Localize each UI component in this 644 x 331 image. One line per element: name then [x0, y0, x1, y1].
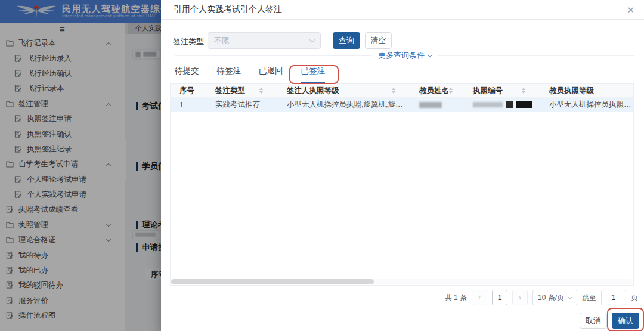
- chevron-down-icon: [568, 294, 572, 299]
- column-header[interactable]: 教员姓名: [410, 84, 464, 97]
- table-header-row: 序号签注类型签注人执照等级教员姓名执照编号教员执照等级: [171, 84, 633, 98]
- column-label: 签注人执照等级: [287, 86, 339, 96]
- endorsement-type-select[interactable]: 不限: [208, 32, 321, 49]
- status-tabs: 待提交待签注已退回已签注: [175, 66, 325, 83]
- table-cell: 1: [171, 98, 206, 112]
- pagination: 共 1 条 ‹ 1 › 10 条/页 跳至 页: [445, 290, 638, 305]
- table-cell: 实践考试推荐: [206, 98, 278, 112]
- next-page-button[interactable]: ›: [512, 290, 528, 305]
- chevron-down-icon: [428, 52, 432, 57]
- select-value: 不限: [214, 35, 230, 46]
- horizontal-scrollbar-thumb[interactable]: [171, 279, 374, 284]
- page-size-select[interactable]: 10 条/页: [532, 290, 577, 305]
- sort-icon[interactable]: [392, 88, 395, 94]
- divider: [438, 55, 634, 56]
- prev-page-button[interactable]: ‹: [472, 290, 487, 305]
- tab-active[interactable]: 已签注: [301, 66, 326, 83]
- current-page-button[interactable]: 1: [492, 290, 507, 305]
- horizontal-scrollbar: [171, 279, 633, 284]
- column-label: 教员姓名: [419, 86, 449, 96]
- total-count: 共 1 条: [445, 293, 467, 303]
- table-cell: [464, 98, 540, 112]
- more-conditions-row: 更多查询条件: [161, 51, 644, 60]
- tab-inactive[interactable]: 已退回: [259, 66, 283, 83]
- footer-divider: [161, 307, 644, 307]
- column-header[interactable]: 签注类型: [206, 84, 278, 97]
- table-row[interactable]: 1实践考试推荐小型无人机操控员执照,旋翼机,旋翼机-多旋翼,超视...小型无人机…: [171, 98, 633, 112]
- confirm-button[interactable]: 确认: [612, 313, 639, 329]
- jump-page-input[interactable]: [601, 290, 626, 305]
- column-label: 教员执照等级: [549, 86, 594, 96]
- tab-inactive[interactable]: 待签注: [217, 66, 242, 83]
- cancel-button[interactable]: 取消: [580, 313, 607, 329]
- sort-icon[interactable]: [449, 88, 453, 94]
- jump-unit: 页: [631, 293, 638, 303]
- column-label: 序号: [179, 86, 194, 96]
- modal-reference-practice-exam-endorsement: 引用个人实践考试引个人签注 ✕ 签注类型 不限 查询 清空 更多查询条件 待提交…: [161, 0, 644, 331]
- redacted-license-number: [473, 101, 532, 108]
- redacted-name: [419, 102, 442, 108]
- more-conditions-link[interactable]: 更多查询条件: [372, 50, 438, 61]
- tab-inactive[interactable]: 待提交: [175, 66, 199, 83]
- column-label: 签注类型: [215, 86, 245, 96]
- sort-icon[interactable]: [259, 88, 263, 94]
- column-header[interactable]: 执照编号: [464, 84, 540, 97]
- endorsement-table: 序号签注类型签注人执照等级教员姓名执照编号教员执照等级 1实践考试推荐小型无人机…: [170, 83, 634, 286]
- divider: [175, 55, 372, 56]
- sort-icon[interactable]: [522, 88, 525, 94]
- chevron-down-icon: [309, 36, 315, 42]
- column-header: 教员执照等级: [540, 84, 634, 97]
- filter-label: 签注类型: [173, 36, 204, 47]
- table-cell: 小型无人机操控员执照,旋翼机,旋翼机-多旋翼,超视...: [278, 98, 410, 112]
- column-header[interactable]: 签注人执照等级: [278, 84, 410, 97]
- column-label: 执照编号: [473, 86, 503, 96]
- clear-button[interactable]: 清空: [365, 32, 392, 49]
- close-icon[interactable]: ✕: [627, 5, 634, 14]
- query-button[interactable]: 查询: [333, 32, 360, 49]
- jump-label: 跳至: [582, 293, 596, 303]
- table-cell: 小型无人机操控员执照,飞机,超视距: [540, 98, 634, 112]
- modal-title: 引用个人实践考试引个人签注: [174, 4, 282, 15]
- column-header: 序号: [171, 84, 206, 97]
- modal-header: 引用个人实践考试引个人签注 ✕: [161, 0, 644, 20]
- table-cell: [410, 98, 464, 112]
- table-body: 1实践考试推荐小型无人机操控员执照,旋翼机,旋翼机-多旋翼,超视...小型无人机…: [171, 98, 633, 112]
